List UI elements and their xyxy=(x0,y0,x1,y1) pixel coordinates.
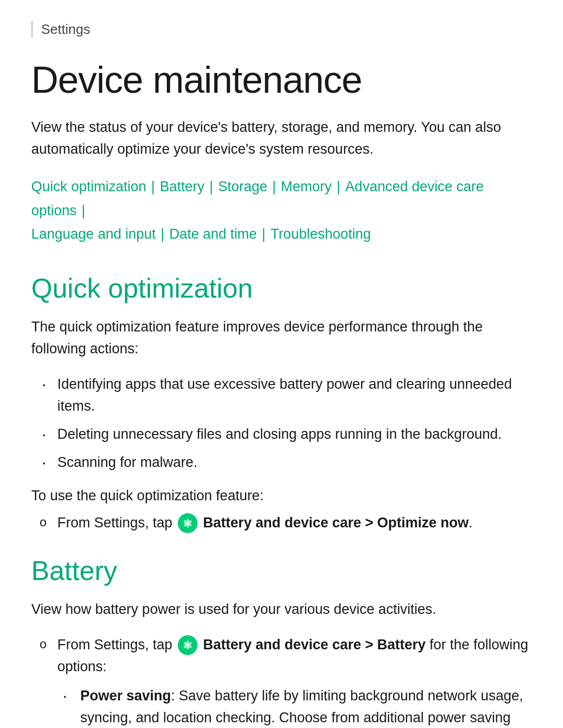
step-from: From Settings, tap xyxy=(57,515,176,530)
nav-link-battery[interactable]: Battery xyxy=(160,179,205,194)
page-title: Device maintenance xyxy=(31,58,532,101)
bullet-item-2: Deleting unnecessary files and closing a… xyxy=(42,424,532,446)
quick-optimization-desc: The quick optimization feature improves … xyxy=(31,316,521,360)
intro-text: View the status of your device's battery… xyxy=(31,117,521,161)
breadcrumb-label: Settings xyxy=(41,21,90,37)
nav-sep-2: | xyxy=(205,179,217,194)
battery-desc: View how battery power is used for your … xyxy=(31,599,521,621)
step-period: . xyxy=(469,515,473,530)
settings-icon-2 xyxy=(178,635,198,655)
nav-link-memory[interactable]: Memory xyxy=(281,179,332,194)
bullet-item-3: Scanning for malware. xyxy=(42,452,532,474)
quick-optimization-title: Quick optimization xyxy=(31,273,532,304)
step-bold: Battery and device care > Optimize now xyxy=(203,515,469,530)
quick-optimization-action: To use the quick optimization feature: xyxy=(31,488,532,504)
nav-sep-5: | xyxy=(78,203,85,218)
nav-sep-6: | xyxy=(157,226,168,242)
nav-sep-7: | xyxy=(258,226,270,242)
battery-step: From Settings, tap Battery and device ca… xyxy=(31,634,532,728)
nav-link-language[interactable]: Language and input xyxy=(31,226,156,242)
bullet-item-1: Identifying apps that use excessive batt… xyxy=(42,374,532,417)
page-container: Settings Device maintenance View the sta… xyxy=(0,0,563,728)
battery-title: Battery xyxy=(31,555,532,586)
breadcrumb: Settings xyxy=(31,21,532,38)
battery-step-from: From Settings, tap xyxy=(57,637,176,652)
nav-links: Quick optimization | Battery | Storage |… xyxy=(31,175,532,247)
nav-link-quick-optimization[interactable]: Quick optimization xyxy=(31,179,146,194)
nav-link-storage[interactable]: Storage xyxy=(218,179,267,194)
quick-optimization-bullets: Identifying apps that use excessive batt… xyxy=(31,374,532,473)
section-quick-optimization: Quick optimization The quick optimizatio… xyxy=(31,273,532,534)
battery-step-list: From Settings, tap Battery and device ca… xyxy=(31,634,532,728)
power-saving-label: Power saving xyxy=(80,688,171,704)
nav-sep-3: | xyxy=(268,179,280,194)
quick-optimization-step: From Settings, tap Battery and device ca… xyxy=(31,512,532,534)
battery-step-bold: Battery and device care > Battery xyxy=(203,637,426,652)
nav-sep-1: | xyxy=(148,179,159,194)
nav-link-date[interactable]: Date and time xyxy=(169,226,257,242)
settings-icon-1 xyxy=(178,513,198,533)
section-battery: Battery View how battery power is used f… xyxy=(31,555,532,728)
battery-option-power-saving: Power saving: Save battery life by limit… xyxy=(57,685,532,728)
nav-sep-4: | xyxy=(333,179,344,194)
quick-optimization-steps: From Settings, tap Battery and device ca… xyxy=(31,512,532,534)
battery-options-list: Power saving: Save battery life by limit… xyxy=(57,685,532,728)
nav-link-troubleshooting[interactable]: Troubleshooting xyxy=(271,226,371,242)
